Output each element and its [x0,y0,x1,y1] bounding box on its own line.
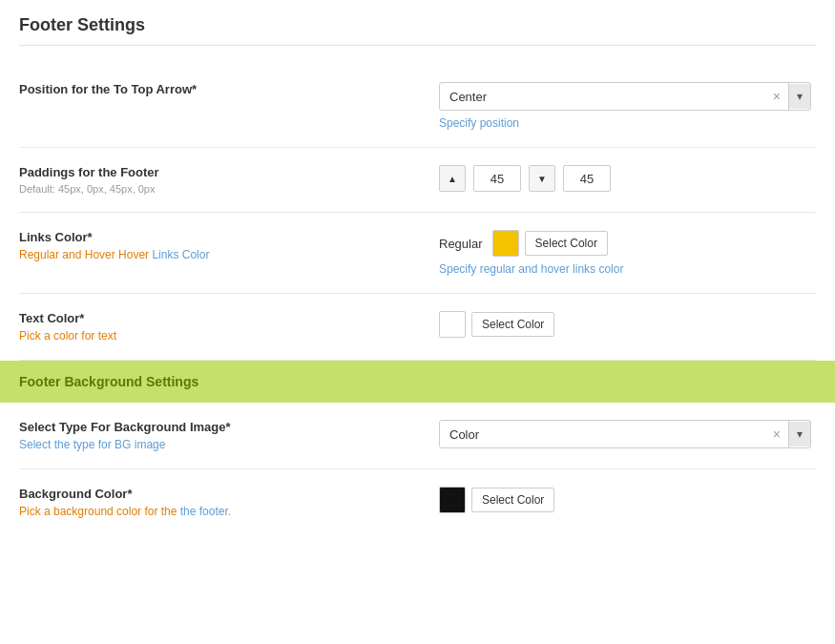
position-dropdown-value: Center [440,84,765,110]
bg-type-hint: Select the type for BG image [19,438,420,451]
bg-type-clear-icon[interactable] [765,421,789,447]
chevron-icon [797,90,803,103]
paddings-section: Paddings for the Footer Default: 45px, 0… [19,148,816,213]
links-color-hint: Regular and Hover Hover Links Color [19,248,420,261]
bg-type-control: Color [439,420,816,448]
hint-prefix: Regular and Hover [19,248,118,261]
regular-label: Regular [439,237,483,251]
paddings-control [439,165,816,192]
padding-input-2[interactable] [563,165,611,192]
page-container: Footer Settings Position for the To Top … [0,0,835,551]
bg-color-section: Background Color* Pick a background colo… [19,469,816,535]
text-select-color-btn[interactable]: Select Color [471,312,554,337]
links-color-title: Links Color* [19,230,420,244]
links-color-swatch[interactable] [492,230,519,257]
text-color-control: Select Color [439,311,816,338]
text-color-hint-text: Pick a color for text [19,329,116,343]
bg-type-arrow-icon[interactable] [789,422,810,447]
text-color-section: Text Color* Pick a color for text Select… [19,294,816,361]
links-color-link: Links Color [152,248,209,261]
position-title: Position for the To Top Arrow* [19,82,420,96]
footer-bg-title: Footer Background Settings [19,374,816,389]
position-hint: Specify position [439,116,519,130]
bg-type-hint-text: Select the type for BG image [19,438,165,451]
text-color-row: Select Color [439,311,554,338]
position-clear-icon[interactable] [765,83,789,110]
bg-select-color-btn[interactable]: Select Color [471,488,554,512]
text-color-swatch[interactable] [439,311,466,338]
bg-type-section: Select Type For Background Image* Select… [19,403,816,469]
padding-input-1[interactable] [473,165,521,192]
bg-color-title: Background Color* [19,487,420,501]
chevron-icon-2 [797,427,803,441]
bg-type-dropdown-value: Color [440,422,765,447]
padding-controls-row [439,165,611,192]
links-select-color-btn[interactable]: Select Color [525,231,608,256]
bg-color-hint: Pick a background color for the the foot… [19,505,420,518]
position-section: Position for the To Top Arrow* Center Sp… [19,65,816,148]
bg-color-swatch[interactable] [439,487,466,513]
links-color-section: Links Color* Regular and Hover Hover Lin… [19,213,816,294]
arrow-down-icon-2 [537,172,547,185]
bg-color-row: Select Color [439,487,554,513]
text-color-label: Text Color* Pick a color for text [19,311,439,343]
bg-type-label: Select Type For Background Image* Select… [19,420,439,451]
padding-up-btn-1[interactable] [439,165,466,192]
times-icon [773,89,781,104]
footer-bg-banner: Footer Background Settings [0,361,835,403]
bg-type-title: Select Type For Background Image* [19,420,420,434]
bg-color-control: Select Color [439,487,816,513]
links-color-sub-hint: Specify regular and hover links color [439,262,623,276]
bg-type-dropdown[interactable]: Color [439,420,811,448]
position-dropdown[interactable]: Center [439,82,811,111]
text-color-title: Text Color* [19,311,420,325]
links-color-row: Regular Select Color [439,230,608,257]
hover-word: Hover [118,248,152,261]
position-control: Center Specify position [439,82,816,130]
paddings-label: Paddings for the Footer Default: 45px, 0… [19,165,439,195]
links-color-label: Links Color* Regular and Hover Hover Lin… [19,230,439,261]
padding-down-btn-2[interactable] [529,165,555,192]
text-color-hint: Pick a color for text [19,329,420,343]
arrow-up-icon-1 [448,172,457,185]
bg-color-hint-text: Pick a background color for the [19,505,180,518]
position-label: Position for the To Top Arrow* [19,82,439,100]
links-color-control: Regular Select Color Specify regular and… [439,230,816,276]
paddings-default-hint: Default: 45px, 0px, 45px, 0px [19,183,420,195]
position-arrow-icon[interactable] [789,84,810,109]
bg-color-label: Background Color* Pick a background colo… [19,487,439,518]
page-title: Footer Settings [19,15,816,46]
times-icon-2 [773,426,781,442]
bg-color-hint-blue: the footer. [180,505,231,518]
paddings-title: Paddings for the Footer [19,165,420,179]
